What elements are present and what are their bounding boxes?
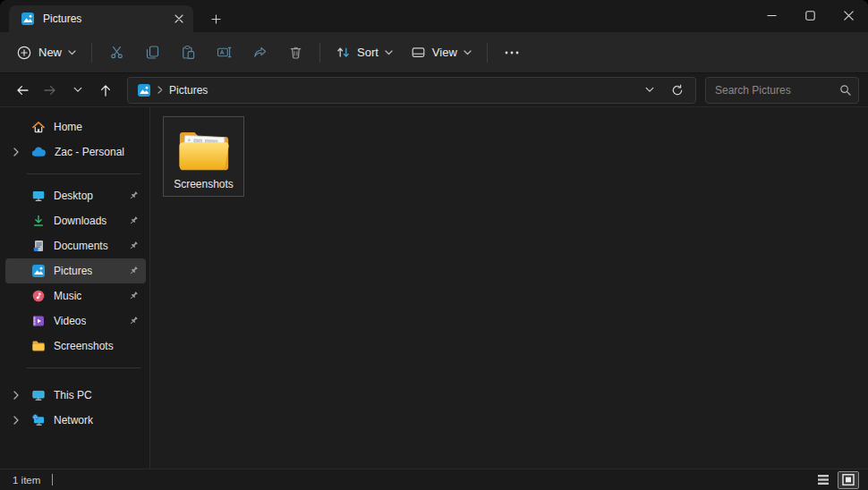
sidebar-divider	[27, 368, 140, 368]
computer-icon	[31, 388, 46, 402]
sidebar-item-label: Videos	[54, 315, 86, 327]
sidebar-item-home[interactable]: Home	[5, 114, 146, 139]
window-controls	[753, 0, 868, 31]
onedrive-icon	[31, 147, 47, 157]
maximize-button[interactable]	[791, 0, 830, 31]
sidebar-item-label: Pictures	[54, 265, 92, 277]
sidebar-item-videos[interactable]: Videos	[5, 308, 146, 334]
documents-icon	[31, 239, 46, 253]
arrow-left-icon	[15, 83, 30, 97]
back-button[interactable]	[9, 77, 35, 103]
command-toolbar: New	[0, 32, 868, 73]
chevron-down-icon	[73, 87, 82, 93]
minimize-button[interactable]	[753, 0, 791, 31]
expand-chevron-icon[interactable]	[9, 148, 23, 156]
close-button[interactable]	[830, 0, 868, 31]
address-dropdown-button[interactable]	[639, 80, 660, 101]
delete-button[interactable]	[277, 38, 313, 68]
expand-chevron-icon[interactable]	[9, 391, 23, 400]
address-bar[interactable]: Pictures	[127, 77, 696, 104]
chevron-down-icon	[68, 50, 76, 55]
sidebar-item-label: Screenshots	[54, 340, 114, 352]
sidebar-item-downloads[interactable]: Downloads	[5, 208, 146, 233]
details-view-toggle[interactable]	[813, 471, 834, 489]
breadcrumb-pictures[interactable]: Pictures	[169, 84, 208, 97]
sidebar-item-label: Downloads	[54, 215, 106, 227]
sidebar-item-label: This PC	[54, 389, 92, 401]
toolbar-divider	[319, 43, 320, 63]
pin-icon	[128, 241, 139, 251]
status-divider	[52, 474, 53, 486]
sidebar-item-desktop[interactable]: Desktop	[5, 183, 146, 208]
sort-button[interactable]: Sort	[327, 38, 402, 66]
titlebar: Pictures	[0, 0, 868, 32]
new-tab-button[interactable]	[202, 5, 229, 32]
up-button[interactable]	[92, 77, 118, 103]
pin-icon	[128, 291, 139, 301]
plus-icon	[211, 14, 221, 24]
sidebar-item-network[interactable]: Network	[5, 408, 146, 433]
sort-icon	[336, 45, 351, 60]
tab-pictures[interactable]: Pictures	[9, 5, 193, 32]
sidebar-item-label: Home	[54, 121, 82, 133]
search-icon	[839, 84, 851, 96]
folder-icon	[31, 339, 46, 353]
paste-icon	[181, 45, 196, 60]
see-more-button[interactable]	[494, 38, 530, 68]
large-icons-view-toggle[interactable]	[838, 471, 859, 489]
cut-icon	[109, 45, 124, 60]
file-list-area[interactable]: Screenshots	[150, 107, 868, 469]
pictures-icon	[21, 12, 35, 26]
sidebar-item-music[interactable]: Music	[5, 283, 146, 308]
new-button[interactable]: New	[7, 38, 85, 67]
sidebar-item-label: Music	[54, 290, 81, 302]
pin-icon	[128, 316, 139, 326]
sidebar-item-screenshots[interactable]: Screenshots	[5, 334, 146, 359]
folder-tile-label: Screenshots	[174, 178, 234, 190]
navigation-pane: Home Zac - Personal Desktop	[0, 107, 150, 469]
refresh-button[interactable]	[667, 80, 688, 101]
sidebar-item-this-pc[interactable]: This PC	[5, 383, 146, 408]
view-button[interactable]: View	[402, 38, 481, 66]
more-ellipsis-icon	[504, 50, 520, 55]
view-toggles	[813, 471, 859, 489]
address-row: Pictures	[0, 73, 868, 107]
copy-button[interactable]	[134, 38, 170, 68]
cut-button[interactable]	[98, 38, 134, 68]
item-count: 1 item	[13, 475, 40, 486]
sidebar-item-label: Documents	[54, 240, 108, 252]
share-button[interactable]	[242, 38, 277, 68]
folder-tile-screenshots[interactable]: Screenshots	[163, 116, 244, 197]
paste-button[interactable]	[170, 38, 206, 68]
tab-close-icon[interactable]	[169, 9, 189, 29]
search-input[interactable]	[705, 77, 859, 104]
sidebar-divider	[27, 173, 140, 174]
delete-icon	[288, 45, 303, 60]
toolbar-divider	[487, 43, 488, 63]
copy-icon	[145, 45, 160, 60]
sidebar-item-label: Zac - Personal	[55, 146, 124, 158]
tab-title: Pictures	[43, 13, 161, 25]
sidebar-item-onedrive[interactable]: Zac - Personal	[5, 139, 146, 165]
toolbar-divider	[91, 43, 92, 63]
sort-button-label: Sort	[357, 46, 379, 59]
rename-button[interactable]	[206, 38, 242, 68]
new-button-label: New	[38, 46, 62, 59]
chevron-down-icon	[385, 50, 393, 55]
expand-chevron-icon[interactable]	[9, 416, 23, 425]
sidebar-item-documents[interactable]: Documents	[5, 233, 146, 258]
folder-with-screenshot-icon	[176, 125, 232, 173]
arrow-up-icon	[98, 83, 113, 97]
new-plus-circle-icon	[16, 45, 32, 61]
recent-locations-button[interactable]	[64, 77, 90, 103]
status-bar: 1 item	[0, 469, 868, 490]
sidebar-item-pictures[interactable]: Pictures	[5, 258, 146, 283]
view-button-label: View	[432, 46, 457, 59]
home-icon	[31, 120, 46, 134]
sidebar-item-label: Network	[54, 414, 93, 427]
forward-button[interactable]	[37, 77, 63, 103]
chevron-down-icon	[464, 50, 472, 55]
search-box	[705, 77, 859, 104]
sidebar-item-label: Desktop	[54, 190, 93, 202]
pictures-icon	[137, 83, 151, 97]
